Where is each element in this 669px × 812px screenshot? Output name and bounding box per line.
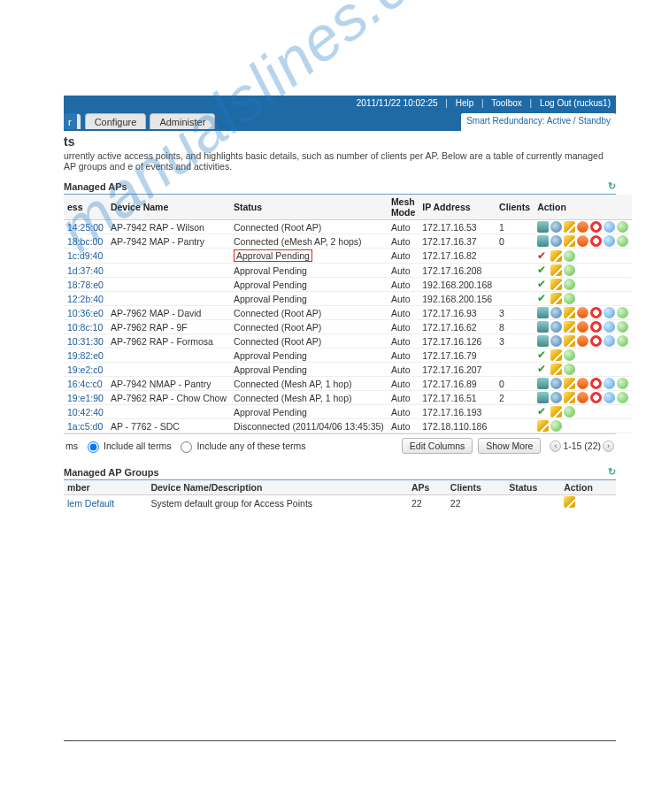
join-icon[interactable] [564,264,575,276]
table-row[interactable]: 19:82:e0Approval PendingAuto172.17.16.79 [64,349,632,363]
edit-icon[interactable] [564,335,575,347]
join-icon[interactable] [564,250,575,262]
edit-icon[interactable] [564,307,575,318]
recover-icon[interactable] [577,335,588,347]
table-row[interactable]: 10:31:30AP-7962 RAP - FormosaConnected (… [64,334,632,349]
include-any-input[interactable] [181,441,192,453]
mac-cell[interactable]: 10:36:e0 [64,306,107,320]
table-row[interactable]: 10:42:40Approval PendingAuto172.17.16.19… [64,405,632,419]
mesh-node-icon[interactable] [604,335,615,347]
globe-icon[interactable] [550,307,562,318]
include-all-input[interactable] [88,441,99,453]
col-device[interactable]: Device Name [107,195,230,220]
edit-icon[interactable] [550,293,562,304]
col-clients[interactable]: Clients [496,195,534,220]
col-status[interactable]: Status [230,195,388,220]
tab-administer[interactable]: Administer [150,113,215,129]
col-ip[interactable]: IP Address [419,195,496,220]
tab-configure[interactable]: Configure [85,113,147,129]
chart-icon[interactable] [537,392,549,403]
block-icon[interactable] [590,392,602,403]
mac-cell[interactable]: 14:25:00 [64,220,107,234]
edit-icon[interactable] [564,235,575,247]
mesh-node-icon[interactable] [604,392,615,403]
mesh-node-icon[interactable] [604,307,615,318]
mesh-node-icon[interactable] [617,378,628,389]
join-icon[interactable] [564,349,575,361]
edit-columns-button[interactable]: Edit Columns [402,438,473,454]
mesh-node-icon[interactable] [604,378,615,389]
mac-cell[interactable]: 10:42:40 [64,405,107,419]
block-icon[interactable] [590,307,602,318]
mesh-node-icon[interactable] [617,321,628,333]
block-icon[interactable] [590,221,602,233]
mac-cell[interactable]: 16:4c:c0 [64,377,107,391]
edit-icon[interactable] [550,364,562,375]
join-icon[interactable] [564,364,575,375]
table-row[interactable]: 18:bc:00AP-7942 MAP - PantryConnected (e… [64,234,632,249]
mac-cell[interactable]: 12:2b:40 [64,292,107,306]
join-icon[interactable] [550,420,562,432]
page-prev-icon[interactable]: ‹ [550,440,561,452]
join-icon[interactable] [564,406,575,417]
recover-icon[interactable] [577,307,588,318]
mac-cell[interactable]: 1a:c5:d0 [64,419,107,433]
mac-cell[interactable]: 10:31:30 [64,334,107,349]
refresh-icon[interactable]: ↻ [608,466,616,478]
col-ess[interactable]: ess [64,195,107,220]
recover-icon[interactable] [577,321,588,333]
mac-cell[interactable]: 18:bc:00 [64,234,107,249]
table-row[interactable]: 12:2b:40Approval PendingAuto192.168.200.… [64,292,632,306]
gcol-aps[interactable]: APs [408,480,447,495]
mesh-node-icon[interactable] [604,321,615,333]
chart-icon[interactable] [537,335,549,347]
allow-icon[interactable] [537,293,549,304]
globe-icon[interactable] [550,378,562,389]
chart-icon[interactable] [537,235,549,247]
gcol-status[interactable]: Status [505,480,560,495]
gcol-name[interactable]: Device Name/Description [147,480,408,495]
toolbox-link[interactable]: Toolbox [491,98,521,108]
mesh-node-icon[interactable] [604,235,615,247]
allow-icon[interactable] [537,349,549,361]
allow-icon[interactable] [537,264,549,276]
block-icon[interactable] [590,378,602,389]
globe-icon[interactable] [550,392,562,403]
mac-cell[interactable]: 18:78:e0 [64,278,107,292]
include-all-radio[interactable]: Include all terms [83,439,171,453]
col-mesh[interactable]: Mesh Mode [388,195,419,220]
chart-icon[interactable] [537,307,549,318]
table-row[interactable]: 19:e1:90AP-7962 RAP - Chow ChowConnected… [64,391,632,405]
refresh-icon[interactable]: ↻ [608,180,616,192]
mac-cell[interactable]: 1c:d9:40 [64,249,107,264]
globe-icon[interactable] [550,221,562,233]
mac-cell[interactable]: 1d:37:40 [64,264,107,278]
recover-icon[interactable] [577,221,588,233]
allow-icon[interactable] [537,406,549,417]
edit-icon[interactable] [550,264,562,276]
table-row[interactable]: 1c:d9:40Approval PendingAuto172.17.16.82 [64,249,632,264]
edit-icon[interactable] [564,221,575,233]
block-icon[interactable] [590,335,602,347]
allow-icon[interactable] [537,279,549,290]
chart-icon[interactable] [537,378,549,389]
logout-link[interactable]: Log Out (ruckus1) [540,98,611,108]
tab-monitor-fragment[interactable]: r [64,113,81,129]
edit-icon[interactable] [537,420,549,432]
recover-icon[interactable] [577,392,588,403]
group-row[interactable]: lem DefaultSystem default group for Acce… [64,495,616,511]
gcol-action[interactable]: Action [560,480,616,495]
col-action[interactable]: Action [534,195,632,220]
globe-icon[interactable] [550,335,562,347]
join-icon[interactable] [564,293,575,304]
table-row[interactable]: 14:25:00AP-7942 RAP - WilsonConnected (R… [64,220,632,234]
mac-cell[interactable]: 10:8c:10 [64,320,107,334]
edit-icon[interactable] [550,406,562,417]
table-row[interactable]: 18:78:e0Approval PendingAuto192.168.200.… [64,278,632,292]
help-link[interactable]: Help [456,98,474,108]
mesh-node-icon[interactable] [617,235,628,247]
mesh-node-icon[interactable] [617,335,628,347]
table-row[interactable]: 19:e2:c0Approval PendingAuto172.17.16.20… [64,363,632,377]
show-more-button[interactable]: Show More [478,438,541,454]
table-row[interactable]: 10:36:e0AP-7962 MAP - DavidConnected (Ro… [64,306,632,320]
